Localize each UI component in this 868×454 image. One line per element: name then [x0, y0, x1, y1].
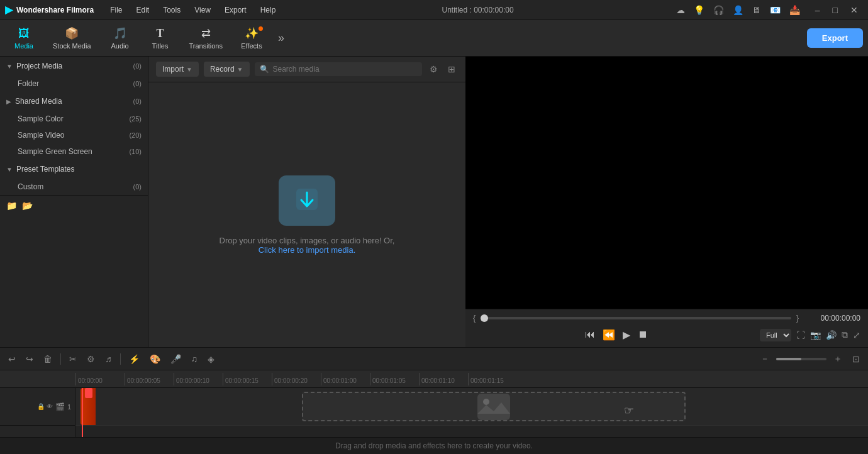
scrubber-thumb[interactable]: [481, 314, 488, 322]
sidebar-section-preset-templates[interactable]: ▼ Preset Templates: [0, 160, 148, 179]
grid-view-button[interactable]: ⊞: [445, 62, 458, 77]
new-folder-button[interactable]: 📁: [6, 201, 17, 211]
effects-dot: [259, 26, 263, 31]
import-link[interactable]: Click here to import media.: [259, 245, 356, 255]
video-track-row[interactable]: ☞: [75, 388, 868, 426]
speed-button[interactable]: ⚡: [126, 352, 143, 366]
shared-media-chevron: ▶: [6, 98, 11, 105]
sidebar-item-folder[interactable]: Folder (0): [0, 75, 148, 92]
sidebar-section-project-media[interactable]: ▼ Project Media (0): [0, 57, 148, 75]
monitor-icon[interactable]: 🖥: [750, 4, 764, 16]
play-button[interactable]: ▶: [619, 326, 634, 343]
quality-select[interactable]: Full 1/2 1/4: [760, 329, 791, 341]
zoom-in-button[interactable]: ＋: [830, 352, 845, 367]
pip-icon[interactable]: ⧉: [842, 329, 848, 340]
tool-transitions[interactable]: ⇄ Transitions: [182, 23, 230, 53]
adjust-button[interactable]: ⚙: [84, 352, 98, 366]
stop-button[interactable]: ⏹: [634, 326, 652, 343]
svg-point-2: [483, 399, 489, 405]
menu-export[interactable]: Export: [218, 3, 253, 17]
light-icon[interactable]: 💡: [691, 4, 707, 16]
music-button[interactable]: ♫: [188, 352, 201, 366]
tool-effects[interactable]: ✨ Effects: [233, 23, 270, 53]
tool-audio[interactable]: 🎵 Audio: [101, 23, 139, 53]
download-icon[interactable]: 📥: [787, 4, 803, 16]
ai-button[interactable]: ◈: [204, 352, 218, 366]
fit-icon[interactable]: ⤢: [853, 330, 860, 340]
delete-button[interactable]: 🗑: [40, 352, 55, 366]
menu-tools[interactable]: Tools: [157, 3, 187, 17]
sidebar-item-custom[interactable]: Custom (0): [0, 179, 148, 195]
bracket-start-icon[interactable]: {: [473, 313, 476, 323]
video-lock-icon[interactable]: 🔒: [37, 403, 45, 410]
sidebar-item-sample-green[interactable]: Sample Green Screen (10): [0, 143, 148, 160]
menu-file[interactable]: File: [104, 3, 128, 17]
sidebar-item-sample-video[interactable]: Sample Video (20): [0, 127, 148, 143]
screenshot-icon[interactable]: 📷: [810, 330, 821, 340]
sidebar-item-sample-color[interactable]: Sample Color (25): [0, 111, 148, 127]
separator-1: [60, 353, 61, 365]
audio-mix-button[interactable]: ♬: [102, 352, 115, 366]
audio-track-row[interactable]: [75, 426, 868, 437]
ruler-mark-4: 00:00:00:20: [272, 373, 321, 385]
import-button[interactable]: Import ▼: [156, 62, 199, 77]
fullscreen-icon[interactable]: ⛶: [796, 330, 805, 340]
search-input[interactable]: [273, 65, 417, 74]
app-logo-icon: ▶: [5, 4, 13, 16]
video-track-label: 🔒 👁 🎬 1: [0, 388, 75, 426]
fit-timeline-button[interactable]: ⊡: [849, 352, 863, 366]
link-folder-button[interactable]: 📂: [22, 201, 33, 211]
drop-zone[interactable]: ☞: [302, 392, 686, 421]
close-button[interactable]: ✕: [845, 3, 863, 18]
project-media-chevron: ▼: [6, 63, 13, 70]
record-button[interactable]: Record ▼: [204, 62, 250, 77]
scrubber-track[interactable]: [481, 317, 791, 319]
separator-2: [120, 353, 121, 365]
video-visibility-icon[interactable]: 👁: [47, 403, 53, 410]
ruler-mark-6: 00:00:01:05: [370, 373, 419, 385]
ruler-marks: 00:00:00 00:00:00:05 00:00:00:10 00:00:0…: [75, 373, 517, 385]
menu-help[interactable]: Help: [254, 3, 282, 17]
titles-label: Titles: [152, 42, 169, 50]
export-button[interactable]: Export: [807, 28, 863, 48]
transitions-icon: ⇄: [201, 26, 211, 40]
zoom-track[interactable]: [776, 358, 826, 360]
zoom-thumb[interactable]: [776, 358, 801, 360]
user-icon[interactable]: 👤: [730, 4, 746, 16]
playhead[interactable]: [82, 388, 83, 437]
color-button[interactable]: 🎨: [147, 352, 164, 366]
media-drop-area[interactable]: Drop your video clips, images, or audio …: [148, 82, 465, 347]
headphones-icon[interactable]: 🎧: [711, 4, 726, 16]
timeline-content[interactable]: ☞: [75, 388, 868, 437]
sidebar-section-shared-media[interactable]: ▶ Shared Media (0): [0, 92, 148, 111]
undo-button[interactable]: ↩: [5, 352, 19, 366]
redo-button[interactable]: ↪: [23, 352, 36, 366]
more-tools-button[interactable]: »: [273, 29, 289, 47]
preset-templates-chevron: ▼: [6, 166, 13, 173]
audio-icon: 🎵: [113, 26, 127, 40]
filter-button[interactable]: ⚙: [427, 62, 440, 77]
preview-controls: { } 00:00:00:00 ⏮ ⏪ ▶ ⏹ Full 1/2: [465, 309, 868, 347]
maximize-button[interactable]: □: [828, 3, 843, 18]
tool-stock-media[interactable]: 📦 Stock Media: [45, 23, 99, 53]
menu-view[interactable]: View: [188, 3, 217, 17]
bracket-end-icon[interactable]: }: [796, 313, 799, 323]
message-icon[interactable]: 📧: [767, 4, 783, 16]
cut-button[interactable]: ✂: [66, 352, 80, 366]
skip-back-button[interactable]: ⏮: [581, 326, 599, 343]
voice-button[interactable]: 🎤: [167, 352, 184, 366]
custom-label: Custom: [18, 182, 43, 191]
zoom-out-button[interactable]: －: [757, 352, 772, 367]
app-name: Wondershare Filmora: [16, 6, 94, 14]
playback-row: ⏮ ⏪ ▶ ⏹ Full 1/2 1/4 ⛶ 📷 🔊 ⧉ ⤢: [473, 326, 860, 343]
menu-edit[interactable]: Edit: [130, 3, 155, 17]
playhead-top[interactable]: [85, 388, 92, 398]
cloud-icon[interactable]: ☁: [674, 4, 687, 16]
volume-icon[interactable]: 🔊: [826, 330, 837, 340]
tool-media[interactable]: 🖼 Media: [5, 23, 43, 53]
rewind-button[interactable]: ⏪: [599, 326, 619, 343]
tool-titles[interactable]: T Titles: [142, 23, 179, 53]
video-track-controls: 🔒 👁: [37, 403, 53, 410]
record-label: Record: [210, 65, 235, 74]
minimize-button[interactable]: –: [810, 3, 825, 18]
